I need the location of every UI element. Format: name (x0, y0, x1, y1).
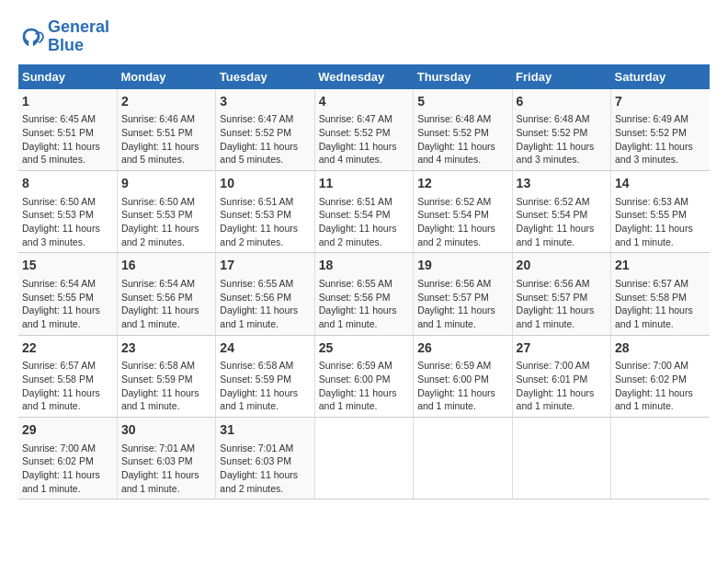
sunrise-text: Sunrise: 6:57 AM (615, 278, 688, 289)
day-number: 31 (220, 421, 310, 440)
sunrise-text: Sunrise: 7:01 AM (220, 442, 293, 454)
calendar-cell: 21Sunrise: 6:57 AMSunset: 5:58 PMDayligh… (611, 253, 710, 335)
sunrise-text: Sunrise: 6:57 AM (22, 360, 96, 371)
calendar-cell: 14Sunrise: 6:53 AMSunset: 5:55 PMDayligh… (611, 170, 710, 252)
sunrise-text: Sunrise: 6:59 AM (319, 360, 392, 371)
day-number: 10 (220, 175, 310, 193)
sunrise-text: Sunrise: 6:53 AM (615, 196, 688, 207)
sunset-text: Sunset: 6:03 PM (220, 455, 291, 466)
calendar-cell: 2Sunrise: 6:46 AMSunset: 5:51 PMDaylight… (117, 89, 215, 171)
calendar-cell: 3Sunrise: 6:47 AMSunset: 5:52 PMDaylight… (216, 89, 314, 171)
sunrise-text: Sunrise: 6:51 AM (319, 196, 392, 207)
day-number: 24 (220, 339, 310, 358)
sunset-text: Sunset: 6:03 PM (121, 455, 193, 466)
day-number: 27 (517, 339, 607, 358)
calendar-cell (611, 417, 710, 499)
calendar-cell: 25Sunrise: 6:59 AMSunset: 6:00 PMDayligh… (314, 335, 413, 417)
sunrise-text: Sunrise: 7:01 AM (121, 442, 195, 454)
sunset-text: Sunset: 5:54 PM (319, 209, 391, 220)
calendar-cell: 11Sunrise: 6:51 AMSunset: 5:54 PMDayligh… (314, 170, 413, 252)
daylight-text: Daylight: 11 hours and 1 minute. (220, 387, 298, 412)
sunrise-text: Sunrise: 6:54 AM (22, 278, 96, 289)
sunrise-text: Sunrise: 6:49 AM (615, 113, 688, 124)
daylight-text: Daylight: 11 hours and 1 minute. (22, 387, 100, 412)
calendar-cell: 15Sunrise: 6:54 AMSunset: 5:55 PMDayligh… (18, 253, 117, 335)
daylight-text: Daylight: 11 hours and 1 minute. (517, 223, 595, 247)
sunrise-text: Sunrise: 6:45 AM (22, 113, 96, 124)
sunset-text: Sunset: 5:55 PM (615, 209, 687, 220)
calendar-cell: 27Sunrise: 7:00 AMSunset: 6:01 PMDayligh… (512, 335, 610, 417)
sunrise-text: Sunrise: 6:46 AM (121, 113, 195, 124)
sunrise-text: Sunrise: 6:55 AM (319, 278, 392, 289)
sunset-text: Sunset: 5:56 PM (319, 292, 391, 303)
calendar-week-row: 29Sunrise: 7:00 AMSunset: 6:02 PMDayligh… (18, 417, 710, 499)
sunset-text: Sunset: 5:53 PM (22, 209, 94, 220)
sunset-text: Sunset: 5:54 PM (517, 209, 588, 220)
sunset-text: Sunset: 6:02 PM (615, 373, 687, 385)
day-number: 7 (615, 93, 706, 111)
day-number: 2 (121, 93, 211, 111)
sunset-text: Sunset: 6:00 PM (319, 373, 391, 385)
sunrise-text: Sunrise: 6:58 AM (220, 360, 293, 371)
daylight-text: Daylight: 11 hours and 1 minute. (417, 387, 495, 412)
calendar-cell: 17Sunrise: 6:55 AMSunset: 5:56 PMDayligh… (216, 253, 314, 335)
sunset-text: Sunset: 5:53 PM (121, 209, 193, 220)
calendar-cell: 18Sunrise: 6:55 AMSunset: 5:56 PMDayligh… (314, 253, 413, 335)
daylight-text: Daylight: 11 hours and 3 minutes. (517, 141, 595, 166)
sunset-text: Sunset: 6:00 PM (417, 373, 489, 385)
header-monday: Monday (117, 64, 215, 89)
sunset-text: Sunset: 6:01 PM (517, 373, 588, 385)
sunrise-text: Sunrise: 6:51 AM (220, 196, 293, 207)
daylight-text: Daylight: 11 hours and 5 minutes. (220, 141, 298, 166)
calendar-week-row: 1Sunrise: 6:45 AMSunset: 5:51 PMDaylight… (18, 89, 710, 171)
day-number: 4 (319, 93, 409, 111)
sunrise-text: Sunrise: 6:50 AM (22, 196, 96, 207)
day-number: 13 (517, 175, 607, 193)
sunrise-text: Sunrise: 6:47 AM (319, 113, 392, 124)
sunset-text: Sunset: 5:52 PM (220, 127, 291, 138)
calendar-cell: 1Sunrise: 6:45 AMSunset: 5:51 PMDaylight… (18, 89, 117, 171)
day-number: 18 (319, 257, 409, 275)
calendar-cell: 5Sunrise: 6:48 AMSunset: 5:52 PMDaylight… (414, 89, 512, 171)
page-header: General Blue (18, 18, 710, 55)
day-number: 22 (22, 339, 113, 358)
sunrise-text: Sunrise: 6:48 AM (417, 113, 491, 124)
sunset-text: Sunset: 5:51 PM (22, 127, 94, 138)
header-wednesday: Wednesday (314, 64, 413, 89)
calendar-table: SundayMondayTuesdayWednesdayThursdayFrid… (18, 64, 710, 500)
daylight-text: Daylight: 11 hours and 1 minute. (615, 387, 693, 412)
day-number: 20 (517, 257, 607, 275)
sunrise-text: Sunrise: 7:00 AM (22, 442, 96, 454)
daylight-text: Daylight: 11 hours and 1 minute. (417, 304, 495, 329)
sunrise-text: Sunrise: 6:59 AM (417, 360, 491, 371)
sunrise-text: Sunrise: 6:56 AM (517, 278, 590, 289)
daylight-text: Daylight: 11 hours and 1 minute. (220, 304, 298, 329)
sunset-text: Sunset: 5:59 PM (121, 373, 193, 385)
calendar-cell: 23Sunrise: 6:58 AMSunset: 5:59 PMDayligh… (117, 335, 215, 417)
day-number: 12 (417, 175, 507, 193)
calendar-week-row: 8Sunrise: 6:50 AMSunset: 5:53 PMDaylight… (18, 170, 710, 252)
sunrise-text: Sunrise: 7:00 AM (615, 360, 688, 371)
day-number: 15 (22, 257, 113, 275)
sunset-text: Sunset: 5:57 PM (417, 292, 489, 303)
day-number: 6 (517, 93, 607, 111)
calendar-cell: 13Sunrise: 6:52 AMSunset: 5:54 PMDayligh… (512, 170, 610, 252)
calendar-cell: 10Sunrise: 6:51 AMSunset: 5:53 PMDayligh… (216, 170, 314, 252)
calendar-cell: 28Sunrise: 7:00 AMSunset: 6:02 PMDayligh… (611, 335, 710, 417)
daylight-text: Daylight: 11 hours and 1 minute. (22, 469, 100, 494)
day-number: 5 (417, 93, 507, 111)
sunset-text: Sunset: 5:52 PM (319, 127, 391, 138)
logo-text: General Blue (48, 18, 109, 55)
daylight-text: Daylight: 11 hours and 1 minute. (517, 387, 595, 412)
calendar-cell (314, 417, 413, 499)
day-number: 19 (417, 257, 507, 275)
daylight-text: Daylight: 11 hours and 2 minutes. (220, 223, 298, 247)
daylight-text: Daylight: 11 hours and 4 minutes. (417, 141, 495, 166)
day-number: 11 (319, 175, 409, 193)
day-number: 23 (121, 339, 211, 358)
day-number: 8 (22, 175, 113, 193)
calendar-cell: 12Sunrise: 6:52 AMSunset: 5:54 PMDayligh… (414, 170, 512, 252)
day-number: 26 (417, 339, 507, 358)
daylight-text: Daylight: 11 hours and 5 minutes. (22, 141, 100, 166)
sunset-text: Sunset: 5:57 PM (517, 292, 588, 303)
